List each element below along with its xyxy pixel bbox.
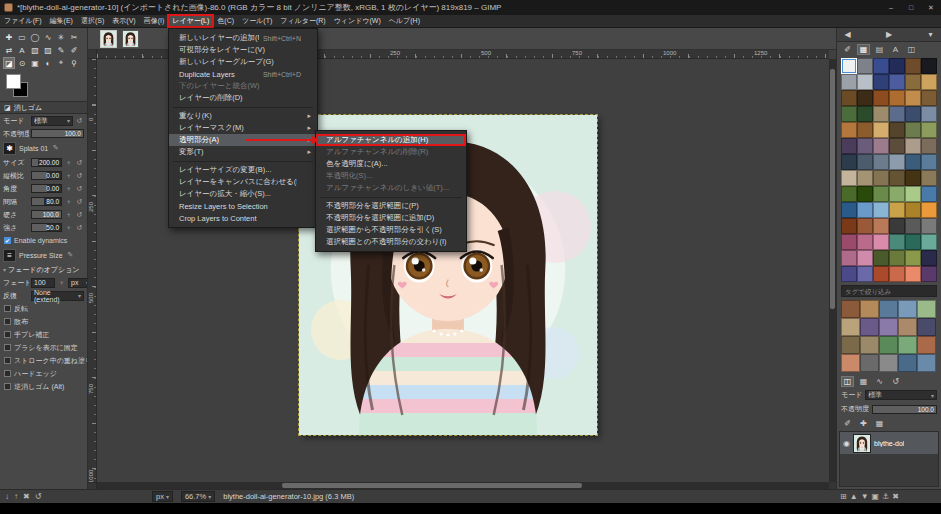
submenu-item[interactable]: 半透明化(S)... [316, 170, 466, 182]
bucket-fill-tool[interactable]: ▧ [29, 44, 41, 56]
foreground-color-swatch[interactable] [6, 74, 21, 89]
reset-icon[interactable]: ↺ [75, 198, 84, 206]
tab-fonts-icon[interactable]: A [889, 44, 902, 55]
submenu-item[interactable]: 不透明部分を選択範囲に追加(D) [316, 212, 466, 224]
pattern-swatch[interactable] [905, 218, 921, 234]
pattern-swatch[interactable] [873, 266, 889, 282]
pattern-swatch[interactable] [873, 90, 889, 106]
pattern-swatch[interactable] [889, 170, 905, 186]
lock-position-icon[interactable]: ✚ [857, 418, 870, 429]
tool-option-slider[interactable]: 80.0 [31, 197, 62, 206]
pattern-swatch[interactable] [879, 318, 898, 336]
pattern-swatch[interactable] [841, 58, 857, 74]
lock-alpha-icon[interactable]: ▦ [873, 418, 886, 429]
layer-menu-item[interactable]: 重なり(K) ▸ [169, 110, 317, 122]
tool-option-checkbox[interactable]: ハードエッジ [0, 367, 87, 380]
pattern-swatch[interactable] [841, 138, 857, 154]
pattern-swatch[interactable] [857, 202, 873, 218]
maximize-button[interactable]: □ [901, 0, 921, 15]
pattern-swatch[interactable] [905, 186, 921, 202]
pattern-swatch[interactable] [873, 106, 889, 122]
pattern-swatch[interactable] [841, 202, 857, 218]
tab-layers-icon[interactable]: ◫ [841, 376, 854, 387]
pattern-swatch[interactable] [921, 58, 937, 74]
repeat-select[interactable]: None (extend)▾ [31, 291, 84, 301]
pattern-swatch[interactable] [921, 106, 937, 122]
layer-menu-item[interactable]: 新しいレイヤーグループ(G) [169, 56, 317, 68]
layer-menu-item[interactable]: Resize Layers to Selection [169, 200, 317, 212]
free-select-tool[interactable]: ∿ [42, 31, 54, 43]
raise-layer-icon[interactable]: ▲ [850, 492, 858, 501]
text-tool[interactable]: A [16, 44, 28, 56]
pattern-swatch[interactable] [857, 58, 873, 74]
pattern-swatch[interactable] [905, 90, 921, 106]
menubar-item[interactable]: 表示(V) [108, 15, 139, 27]
delete-layer-icon[interactable]: ✖ [892, 492, 899, 501]
pattern-swatch[interactable] [841, 122, 857, 138]
layer-menu-item[interactable]: 可視部分をレイヤーに(V) [169, 44, 317, 56]
submenu-item[interactable]: アルファチャンネルの追加(H) [316, 134, 466, 146]
reset-icon[interactable]: ↺ [75, 224, 84, 232]
vertical-ruler[interactable]: 0 250 500 750 1000 [88, 59, 97, 482]
menubar-item[interactable]: ツール(T) [238, 15, 276, 27]
spin-icon[interactable]: ＋ [64, 210, 73, 220]
pattern-swatch[interactable] [921, 90, 937, 106]
pattern-swatch[interactable] [841, 266, 857, 282]
gradient-tool[interactable]: ▨ [42, 44, 54, 56]
pattern-swatch[interactable] [905, 250, 921, 266]
pattern-swatch[interactable] [841, 106, 857, 122]
tool-option-slider[interactable]: 0.00 [31, 171, 62, 180]
layer-opacity-slider[interactable]: 100.0 [872, 405, 937, 414]
pattern-swatch[interactable] [841, 300, 860, 318]
pattern-swatch[interactable] [921, 170, 937, 186]
pattern-swatch[interactable] [921, 266, 937, 282]
duplicate-layer-icon[interactable]: ▣ [872, 492, 880, 501]
pattern-swatch[interactable] [889, 186, 905, 202]
spin-icon[interactable]: ＋ [64, 197, 73, 207]
pattern-swatch[interactable] [905, 154, 921, 170]
delete-tool-preset-icon[interactable]: ✖ [23, 492, 30, 501]
image-tab-thumbnail[interactable] [122, 30, 139, 48]
tool-option-slider[interactable]: 200.00 [31, 158, 62, 167]
tool-option-checkbox[interactable]: 手ブレ補正 [0, 328, 87, 341]
submenu-item[interactable]: 選択範囲との不透明部分の交わり(I) [316, 236, 466, 248]
tab-patterns-icon[interactable]: ▦ [857, 44, 870, 55]
pattern-swatch[interactable] [889, 250, 905, 266]
menubar-item[interactable]: 選択(S) [77, 15, 108, 27]
pencil-tool[interactable]: ✎ [55, 44, 67, 56]
enable-dynamics-checkbox[interactable]: ✔ Enable dynamics [0, 234, 87, 247]
menubar-item[interactable]: ヘルプ(H) [385, 15, 424, 27]
pattern-swatch[interactable] [841, 74, 857, 90]
submenu-item[interactable]: アルファチャンネルの削除(R) [316, 146, 466, 158]
brush-thumbnail[interactable]: ✱ [3, 142, 16, 155]
menubar-item[interactable]: 画像(I) [140, 15, 169, 27]
paintbrush-tool[interactable]: ✐ [68, 44, 80, 56]
visibility-eye-icon[interactable]: ◉ [843, 439, 850, 448]
pattern-swatch[interactable] [873, 250, 889, 266]
reset-icon[interactable]: ↺ [75, 159, 84, 167]
pattern-swatch[interactable] [860, 318, 879, 336]
pattern-swatch[interactable] [873, 154, 889, 170]
restore-tool-preset-icon[interactable]: ↑ [14, 492, 18, 501]
pattern-swatch[interactable] [841, 250, 857, 266]
pattern-swatch[interactable] [921, 202, 937, 218]
pattern-swatch[interactable] [841, 218, 857, 234]
pattern-swatch[interactable] [905, 266, 921, 282]
tool-option-checkbox[interactable]: ブラシを表示に固定 [0, 341, 87, 354]
move-tool[interactable]: ✚ [3, 31, 15, 43]
tab-gradients-icon[interactable]: ▤ [873, 44, 886, 55]
pattern-swatch[interactable] [898, 300, 917, 318]
pattern-swatch[interactable] [857, 186, 873, 202]
menubar-item[interactable]: 編集(E) [46, 15, 77, 27]
lock-pixels-icon[interactable]: ✐ [841, 418, 854, 429]
save-tool-preset-icon[interactable]: ↓ [5, 492, 9, 501]
tool-option-checkbox[interactable]: 反転 [0, 302, 87, 315]
unit-select[interactable]: px▾ [152, 491, 173, 502]
pattern-swatch[interactable] [889, 202, 905, 218]
zoom-tool[interactable]: ⚲ [68, 57, 80, 69]
menubar-item[interactable]: ファイル(F) [0, 15, 46, 27]
pattern-swatch[interactable] [879, 354, 898, 372]
reset-mode-icon[interactable]: ↺ [75, 117, 84, 125]
submenu-item[interactable]: 不透明部分を選択範囲に(P) [316, 200, 466, 212]
tool-option-slider[interactable]: 0.00 [31, 184, 62, 193]
